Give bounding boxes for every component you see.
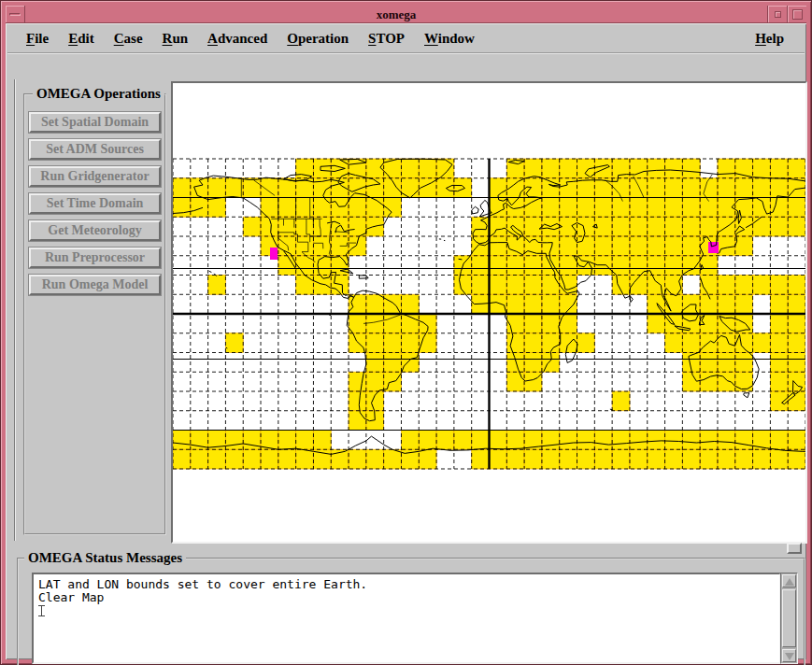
xomega-window: xomega FileEditCaseRunAdvancedOperationS… <box>0 0 812 665</box>
scrollbar-thumb[interactable] <box>782 589 796 647</box>
button-get-meteorology[interactable]: Get Meteorology <box>29 220 161 241</box>
status-message-area[interactable]: LAT and LON bounds set to cover entire E… <box>32 573 781 664</box>
client-area: FileEditCaseRunAdvancedOperationSTOPWind… <box>6 23 806 659</box>
text-cursor <box>38 605 45 616</box>
maximize-icon <box>792 9 803 20</box>
menu-item-operation[interactable]: Operation <box>287 31 349 47</box>
window-menu-button[interactable] <box>6 6 25 22</box>
omega-operations-panel: OMEGA Operations Set Spatial DomainSet A… <box>23 93 166 535</box>
menu-item-window[interactable]: Window <box>424 31 475 47</box>
omega-status-title: OMEGA Status Messages <box>24 550 186 566</box>
menu-item-edit[interactable]: Edit <box>68 31 94 47</box>
button-run-omega-model[interactable]: Run Omega Model <box>29 275 161 295</box>
status-scrollbar[interactable] <box>780 573 798 664</box>
button-run-preprocessor[interactable]: Run Preprocessor <box>29 248 161 268</box>
minimize-icon <box>775 11 781 18</box>
button-run-gridgenerator[interactable]: Run Gridgenerator <box>29 166 161 187</box>
maximize-button[interactable] <box>787 6 806 22</box>
menubar: FileEditCaseRunAdvancedOperationSTOPWind… <box>7 25 805 53</box>
scroll-up-icon <box>785 578 794 586</box>
menu-item-case[interactable]: Case <box>114 31 143 47</box>
menu-item-file[interactable]: File <box>26 31 49 47</box>
titlebar[interactable]: xomega <box>6 6 806 23</box>
scroll-down-icon <box>785 653 794 660</box>
pane-divider <box>14 79 16 541</box>
world-map-canvas[interactable] <box>171 81 807 544</box>
button-set-spatial-domain[interactable]: Set Spatial Domain <box>29 112 161 133</box>
menu-item-stop[interactable]: STOP <box>368 31 405 47</box>
scroll-down-button[interactable] <box>782 649 796 662</box>
omega-operations-title: OMEGA Operations <box>33 86 164 102</box>
window-title: xomega <box>25 6 767 22</box>
button-set-time-domain[interactable]: Set Time Domain <box>29 193 161 214</box>
scroll-up-button[interactable] <box>782 574 796 587</box>
status-line: Clear Map <box>38 591 777 604</box>
omega-operations-buttons: Set Spatial DomainSet ADM SourcesRun Gri… <box>25 112 164 302</box>
button-set-adm-sources[interactable]: Set ADM Sources <box>29 139 161 160</box>
menu-item-run[interactable]: Run <box>163 31 189 47</box>
pane-sash-handle[interactable] <box>787 543 802 554</box>
menu-item-help[interactable]: Help <box>755 31 784 47</box>
world-map[interactable] <box>173 83 805 542</box>
dash-icon <box>9 13 21 16</box>
minimize-button[interactable] <box>767 6 787 22</box>
menu-item-advanced[interactable]: Advanced <box>207 31 267 47</box>
omega-status-panel: OMEGA Status Messages LAT and LON bounds… <box>17 558 805 665</box>
status-line: LAT and LON bounds set to cover entire E… <box>38 578 777 591</box>
